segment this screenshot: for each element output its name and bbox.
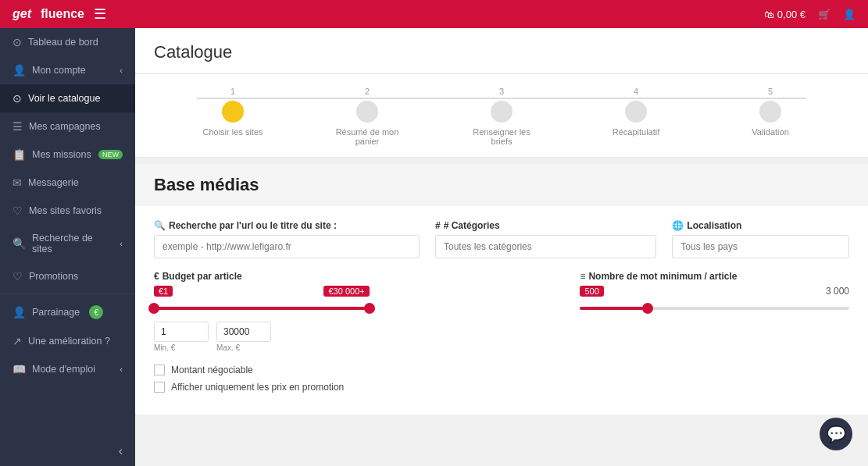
budget-max-input-group: Max. €: [216, 322, 271, 352]
budget-range-inputs: Min. € Max. €: [154, 322, 370, 352]
budget-max-label: Max. €: [216, 343, 271, 352]
logo-get: get: [13, 7, 31, 21]
budget-min-input[interactable]: [154, 322, 209, 342]
checkbox-promotion-input[interactable]: [154, 382, 165, 393]
sidebar-label-tableau: Tableau de bord: [28, 37, 98, 48]
account-icon: 👤: [13, 64, 26, 76]
recherche-arrow-icon: ‹: [120, 239, 123, 248]
sidebar-item-mode-emploi[interactable]: 📖 Mode d'emploi ‹: [0, 355, 135, 383]
header-right: 🛍 0,00 € 🛒 👤: [764, 9, 855, 20]
budget-range-labels: €1 €30 000+: [154, 286, 370, 297]
search-input[interactable]: [154, 235, 420, 258]
word-count-thumb[interactable]: [642, 303, 653, 314]
chat-bubble-button[interactable]: 💬: [820, 418, 852, 450]
step-4-circle: [625, 101, 647, 123]
localisation-input[interactable]: [672, 235, 849, 258]
categories-input[interactable]: [435, 235, 656, 258]
checkbox-promotion-label: Afficher uniquement les prix en promotio…: [171, 382, 344, 393]
missions-icon: 📋: [13, 148, 26, 161]
campagnes-icon: ☰: [13, 120, 23, 133]
budget-range-thumb-max[interactable]: [364, 303, 375, 314]
step-3: 3 Renseigner les briefs: [434, 87, 569, 146]
recherche-icon: 🔍: [13, 237, 26, 250]
budget-max-badge: €30 000+: [323, 286, 369, 297]
word-count-labels: 500 3 000: [580, 286, 849, 297]
content-area: Catalogue 1 Choisir les sites 2 Résumé d…: [135, 28, 868, 466]
localisation-group: 🌐 Localisation: [672, 220, 849, 258]
categories-icon: #: [435, 220, 441, 231]
promotions-icon: ♡: [13, 270, 23, 283]
messagerie-icon: ✉: [13, 176, 22, 189]
budget-min-input-group: Min. €: [154, 322, 209, 352]
search-group: 🔍 Recherche par l'url ou le titre du sit…: [154, 220, 420, 258]
mode-emploi-icon: 📖: [13, 363, 26, 375]
step-4-num: 4: [634, 87, 638, 96]
sidebar-label-messagerie: Messagerie: [28, 177, 79, 188]
sidebar-collapse-icon[interactable]: ‹: [119, 444, 123, 458]
budget-range-fill: [154, 307, 370, 310]
sidebar-item-amelioration[interactable]: ↗ Une amélioration ?: [0, 327, 135, 355]
step-5: 5 Validation: [703, 87, 838, 137]
step-2-label: Résumé de mon panier: [328, 127, 406, 146]
categories-label: # # Catégories: [435, 220, 656, 231]
sidebar-item-parrainage[interactable]: 👤 Parrainage €: [0, 297, 135, 327]
header-left: getfluence ☰: [13, 5, 106, 23]
budget-min-badge: €1: [154, 286, 173, 297]
localisation-label: 🌐 Localisation: [672, 220, 849, 231]
sidebar-label-missions: Mes missions: [32, 149, 91, 160]
sidebar-item-messagerie[interactable]: ✉ Messagerie: [0, 169, 135, 197]
step-1-circle: [222, 101, 244, 123]
menu-toggle-icon[interactable]: ☰: [94, 5, 106, 23]
wallet-icon: 🛍: [764, 9, 774, 20]
logo-fluence: fluence: [41, 7, 84, 21]
sidebar-item-mes-campagnes[interactable]: ☰ Mes campagnes: [0, 112, 135, 141]
catalogue-header: Catalogue: [135, 28, 868, 74]
word-count-track[interactable]: [580, 307, 849, 310]
dashboard-icon: ⊙: [13, 36, 22, 48]
word-count-icon: ≡: [580, 271, 585, 282]
sidebar-label-amelioration: Une amélioration ?: [28, 336, 110, 347]
budget-range-track[interactable]: [154, 307, 370, 310]
checkbox-montant-label: Montant négociable: [171, 365, 253, 375]
budget-icon: €: [154, 271, 159, 282]
user-account-icon[interactable]: 👤: [843, 9, 855, 20]
cart-amount[interactable]: 🛍 0,00 €: [764, 9, 805, 20]
mode-emploi-arrow-icon: ‹: [120, 365, 123, 374]
sidebar-item-voir-catalogue[interactable]: ⊙ Voir le catalogue: [0, 84, 135, 112]
sidebar-item-tableau-de-bord[interactable]: ⊙ Tableau de bord: [0, 28, 135, 56]
sidebar-item-recherche-de-sites[interactable]: 🔍 Recherche de sites ‹: [0, 225, 135, 262]
parrainage-icon: 👤: [13, 306, 26, 318]
checkbox-prix-promotion: Afficher uniquement les prix en promotio…: [154, 382, 849, 393]
step-3-circle: [491, 101, 513, 123]
step-4-label: Récapitulatif: [613, 127, 660, 137]
sidebar-item-mes-missions[interactable]: 📋 Mes missions NEW: [0, 141, 135, 169]
checkbox-montant-negociable: Montant négociable: [154, 365, 849, 375]
step-3-num: 3: [499, 87, 504, 96]
budget-label: € Budget par article: [154, 271, 370, 282]
step-1: 1 Choisir les sites: [166, 87, 300, 137]
budget-max-input[interactable]: [216, 322, 271, 342]
step-3-label: Renseigner les briefs: [463, 127, 541, 146]
arrow-icon: ‹: [120, 66, 123, 75]
sidebar-item-mon-compte[interactable]: 👤 Mon compte ‹: [0, 56, 135, 84]
catalogue-icon: ⊙: [13, 92, 22, 105]
base-medias-title: Base médias: [154, 175, 849, 195]
step-2: 2 Résumé de mon panier: [300, 87, 434, 146]
sidebar-label-promotions: Promotions: [29, 271, 78, 282]
search-label: 🔍 Recherche par l'url ou le titre du sit…: [154, 220, 420, 231]
checkbox-montant-input[interactable]: [154, 365, 165, 375]
sidebar-divider: [0, 293, 135, 294]
filter-row-1: 🔍 Recherche par l'url ou le titre du sit…: [154, 220, 849, 258]
word-count-fill: [580, 307, 647, 310]
shopping-cart-icon[interactable]: 🛒: [818, 9, 830, 20]
sidebar-label-mode-emploi: Mode d'emploi: [32, 364, 95, 375]
filter-panel: 🔍 Recherche par l'url ou le titre du sit…: [135, 206, 868, 414]
budget-min-label: Min. €: [154, 343, 209, 352]
sidebar-item-mes-sites-favoris[interactable]: ♡ Mes sites favoris: [0, 197, 135, 225]
budget-group: € Budget par article €1 €30 000+: [154, 271, 370, 352]
top-header: getfluence ☰ 🛍 0,00 € 🛒 👤: [0, 0, 868, 28]
word-count-group: ≡ Nombre de mot minimum / article 500 3 …: [580, 271, 849, 318]
sidebar-label-parrainage: Parrainage: [32, 307, 80, 318]
sidebar-item-promotions[interactable]: ♡ Promotions: [0, 262, 135, 290]
budget-range-thumb-min[interactable]: [148, 303, 159, 314]
